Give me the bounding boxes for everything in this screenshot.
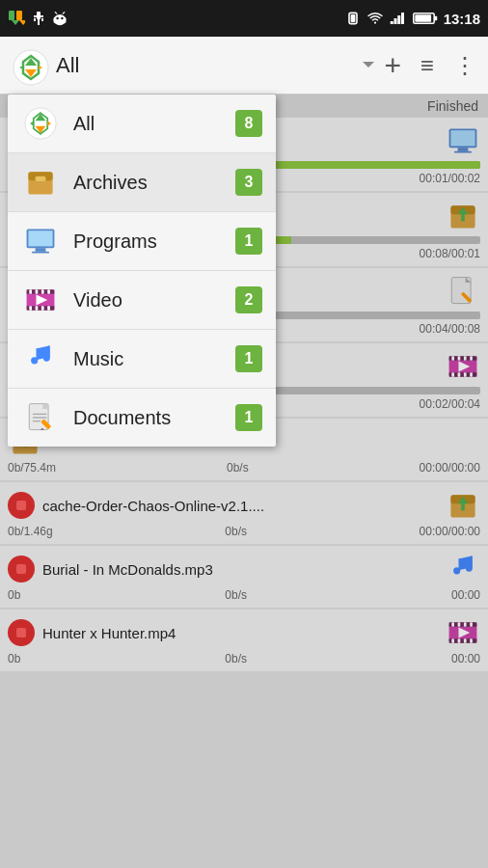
svg-rect-16 (350, 14, 355, 22)
vibrate-icon (345, 11, 361, 26)
status-bar: 13:18 (0, 0, 488, 37)
svg-point-11 (56, 17, 58, 19)
svg-rect-29 (36, 176, 46, 181)
programs-category-badge: 1 (235, 228, 262, 255)
svg-rect-51 (43, 404, 48, 409)
dropdown-arrow-icon (363, 60, 374, 71)
dropdown-item-archives[interactable]: Archives 3 (8, 153, 276, 212)
app-logo (12, 48, 46, 83)
toolbar-title: All (56, 53, 363, 78)
wifi-icon (366, 11, 384, 26)
video-category-badge: 2 (235, 286, 262, 313)
svg-rect-37 (29, 289, 32, 294)
svg-rect-20 (401, 13, 404, 24)
status-bar-right: 13:18 (345, 11, 480, 27)
android-status-icon (52, 10, 68, 27)
svg-rect-48 (37, 348, 39, 360)
archives-category-badge: 3 (235, 169, 262, 196)
svg-rect-19 (397, 15, 400, 24)
svg-line-14 (63, 13, 65, 14)
music-category-label: Music (73, 348, 235, 370)
toolbar-actions: + ≡ ⋮ (384, 51, 476, 80)
svg-rect-32 (36, 248, 46, 252)
svg-rect-23 (415, 14, 431, 22)
documents-category-icon (21, 398, 60, 437)
video-category-icon (21, 281, 60, 319)
programs-category-label: Programs (73, 231, 235, 253)
svg-line-13 (55, 13, 57, 14)
all-category-badge: 8 (235, 110, 262, 137)
svg-rect-38 (36, 289, 39, 294)
svg-rect-7 (41, 18, 43, 21)
signal-icon (390, 11, 407, 26)
battery-icon (413, 12, 438, 25)
time-display: 13:18 (444, 11, 480, 27)
svg-marker-3 (19, 20, 25, 25)
svg-rect-42 (36, 306, 39, 311)
programs-category-icon (21, 222, 60, 260)
video-category-label: Video (73, 289, 235, 312)
download-status-icon (8, 10, 25, 27)
svg-rect-40 (47, 289, 50, 294)
svg-point-12 (61, 17, 63, 19)
svg-rect-6 (34, 18, 36, 21)
dropdown-item-documents[interactable]: Documents 1 (8, 389, 276, 447)
toolbar: All + ≡ ⋮ (0, 37, 488, 95)
svg-rect-5 (34, 15, 43, 17)
menu-button[interactable]: ≡ (420, 54, 434, 77)
svg-rect-18 (393, 18, 396, 24)
svg-rect-17 (390, 21, 393, 24)
music-category-badge: 1 (235, 345, 262, 372)
svg-rect-39 (41, 289, 44, 294)
documents-category-badge: 1 (235, 404, 262, 431)
svg-rect-49 (48, 346, 50, 358)
svg-rect-43 (41, 306, 44, 311)
status-bar-left (8, 10, 68, 27)
svg-rect-2 (16, 11, 22, 20)
svg-rect-41 (29, 306, 32, 311)
archives-category-icon (21, 163, 60, 202)
documents-category-label: Documents (73, 407, 235, 429)
dropdown-item-programs[interactable]: Programs 1 (8, 212, 276, 271)
svg-rect-0 (9, 11, 14, 20)
all-category-label: All (73, 113, 235, 135)
all-category-icon (21, 104, 60, 143)
svg-rect-33 (32, 252, 49, 254)
dropdown-item-all[interactable]: All 8 (8, 95, 276, 153)
svg-rect-22 (434, 16, 437, 21)
svg-rect-10 (54, 17, 67, 23)
usb-status-icon (31, 10, 46, 27)
more-button[interactable]: ⋮ (453, 54, 476, 77)
svg-marker-1 (12, 20, 19, 25)
dropdown-item-video[interactable]: Video 2 (8, 271, 276, 330)
svg-marker-25 (363, 62, 374, 68)
archives-category-label: Archives (73, 172, 235, 194)
svg-rect-31 (28, 231, 52, 246)
dropdown-item-music[interactable]: Music 1 (8, 330, 276, 389)
add-button[interactable]: + (384, 51, 401, 80)
music-category-icon (21, 339, 60, 378)
svg-rect-44 (47, 306, 50, 311)
category-dropdown: All 8 Archives 3 Programs 1 (8, 95, 276, 447)
